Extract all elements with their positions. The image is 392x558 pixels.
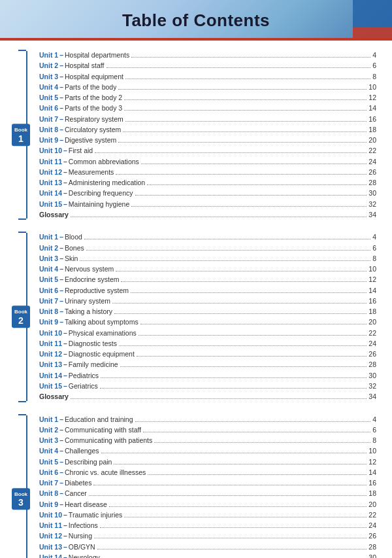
toc-title: Parts of the body 2: [65, 92, 122, 103]
toc-entry: Unit 4 – Parts of the body10: [39, 82, 376, 92]
toc-page-number: 4: [372, 414, 376, 425]
toc-entry: Unit 6 – Reproductive system14: [39, 285, 376, 296]
toc-dash: –: [63, 370, 67, 381]
toc-unit-label: Unit 14: [39, 188, 62, 198]
toc-title: Diagnostic tests: [69, 338, 117, 349]
toc-dash: –: [63, 552, 67, 558]
toc-unit-label: Unit 15: [39, 199, 62, 209]
toc-entry: Unit 7 – Urinary system16: [39, 296, 376, 306]
toc-dots: [124, 517, 367, 517]
toc-dash: –: [63, 510, 67, 520]
toc-title: Nursing: [69, 531, 92, 541]
toc-dots: [147, 184, 367, 185]
toc-page-number: 14: [368, 467, 376, 478]
toc-title: Talking about symptoms: [65, 317, 139, 327]
toc-unit-label: Unit 11: [39, 520, 62, 531]
header-decoration: [353, 0, 392, 41]
toc-entry: Unit 14 – Describing frequency30: [39, 188, 376, 198]
toc-dots: [137, 356, 367, 357]
toc-dash: –: [59, 135, 63, 145]
toc-page-number: 30: [368, 188, 376, 198]
toc-page-number: 4: [372, 232, 376, 242]
book-bracket-1: Book1: [12, 50, 35, 220]
toc-title: Hospital equipment: [65, 71, 123, 82]
toc-title: Pediatrics: [69, 370, 99, 381]
toc-dots: [116, 174, 367, 175]
toc-page-number: 24: [368, 338, 376, 349]
toc-page-number: 26: [368, 167, 376, 177]
toc-page-number: 10: [368, 82, 376, 92]
toc-dots: [114, 464, 367, 464]
toc-entry: Unit 11 – Infections24: [39, 520, 376, 531]
toc-dash: –: [63, 188, 67, 198]
toc-dash: –: [59, 445, 63, 456]
page-header: Table of Contents: [0, 0, 392, 41]
toc-dash: –: [59, 435, 63, 445]
toc-dots: [106, 67, 371, 68]
toc-title: Diabetes: [65, 478, 91, 488]
toc-entry: Unit 8 – Circulatory system18: [39, 124, 376, 135]
book-section-2: Book2Unit 1 – Blood4Unit 2 – Bones6Unit …: [12, 232, 376, 402]
toc-title: Challenges: [65, 445, 99, 456]
toc-page-number: 34: [368, 209, 376, 220]
toc-dots: [89, 495, 367, 496]
toc-dash: –: [59, 82, 63, 92]
toc-title: Communicating with staff: [65, 425, 141, 435]
toc-dash: –: [59, 232, 63, 242]
toc-page-number: 20: [368, 317, 376, 327]
toc-unit-label: Unit 7: [39, 296, 58, 306]
toc-title: Traumatic injuries: [69, 510, 122, 520]
toc-unit-label: Unit 3: [39, 71, 58, 82]
toc-dots: [100, 388, 367, 389]
toc-entry: Unit 12 – Measurements26: [39, 167, 376, 177]
toc-unit-label: Unit 6: [39, 103, 58, 113]
toc-dots: [148, 474, 367, 475]
toc-entry: Unit 2 – Communicating with staff6: [39, 425, 376, 435]
toc-page-number: 22: [368, 328, 376, 338]
toc-entry: Unit 14 – Neurology30: [39, 552, 376, 558]
toc-title: Hospital staff: [65, 60, 105, 71]
toc-page-number: 16: [368, 478, 376, 488]
toc-unit-label: Glossary: [39, 209, 69, 220]
toc-unit-label: Unit 11: [39, 338, 62, 349]
toc-entry: Unit 8 – Cancer18: [39, 488, 376, 498]
toc-entry: Unit 6 – Parts of the body 314: [39, 103, 376, 113]
toc-entry: Unit 10 – First aid22: [39, 145, 376, 156]
toc-page-number: 12: [368, 457, 376, 467]
toc-title: Family medicine: [69, 359, 118, 370]
toc-unit-label: Unit 9: [39, 499, 58, 510]
toc-page-number: 18: [368, 306, 376, 317]
toc-unit-label: Unit 13: [39, 542, 62, 552]
toc-entry: Unit 14 – Pediatrics30: [39, 370, 376, 381]
toc-dash: –: [59, 50, 63, 60]
toc-dash: –: [59, 285, 63, 296]
toc-entry: Unit 1 – Hospital departments4: [39, 50, 376, 60]
toc-entry: Unit 12 – Diagnostic equipment26: [39, 349, 376, 359]
toc-entry: Unit 7 – Diabetes16: [39, 478, 376, 488]
toc-entry: Unit 10 – Physical examinations22: [39, 328, 376, 338]
toc-entry: Unit 5 – Describing pain12: [39, 457, 376, 467]
toc-unit-label: Unit 12: [39, 349, 62, 359]
toc-dots: [94, 538, 367, 538]
toc-title: Measurements: [69, 167, 114, 177]
toc-entry: Unit 3 – Communicating with patients8: [39, 435, 376, 445]
toc-dash: –: [63, 349, 67, 359]
book-bracket-2: Book2: [12, 232, 35, 402]
toc-page-number: 28: [368, 359, 376, 370]
toc-unit-label: Unit 5: [39, 457, 58, 467]
toc-title: Geriatrics: [69, 381, 98, 391]
toc-entry: Unit 13 – Administering medication28: [39, 177, 376, 188]
toc-dots: [131, 206, 367, 207]
toc-unit-label: Unit 1: [39, 414, 58, 425]
toc-dots: [101, 377, 367, 378]
toc-page-number: 32: [368, 381, 376, 391]
toc-dots: [141, 164, 367, 164]
toc-dash: –: [59, 274, 63, 285]
toc-unit-label: Unit 5: [39, 92, 58, 103]
toc-title: Circulatory system: [65, 124, 121, 135]
toc-dots: [143, 432, 370, 432]
toc-dots: [101, 453, 367, 453]
toc-entry: Unit 11 – Diagnostic tests24: [39, 338, 376, 349]
toc-entry: Unit 8 – Taking a history18: [39, 306, 376, 317]
toc-page-number: 10: [368, 445, 376, 456]
